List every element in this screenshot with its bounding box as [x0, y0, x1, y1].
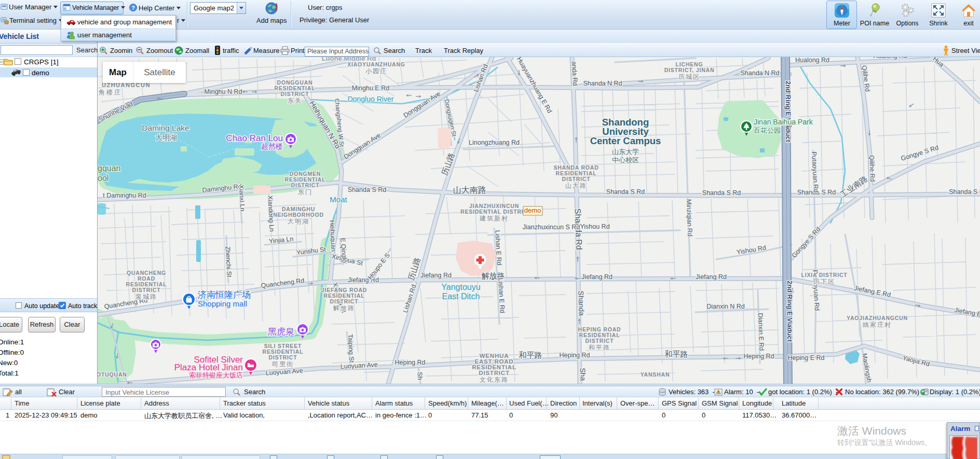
svg-text:gquan: gquan: [98, 164, 121, 173]
svg-text:Heping E Rd: Heping E Rd: [788, 354, 825, 361]
svg-text:DISTRICT: DISTRICT: [586, 338, 614, 344]
svg-text:济南恒隆广场: 济南恒隆广场: [198, 290, 251, 300]
svg-text:Dianxin E Rd: Dianxin E Rd: [757, 313, 766, 351]
svg-text:demo: demo: [524, 206, 541, 214]
svg-text:Linongzhuang Rd: Linongzhuang Rd: [469, 139, 520, 146]
svg-text:山大南路: 山大南路: [453, 186, 486, 194]
svg-text:山东大学: 山东大学: [612, 148, 639, 156]
svg-text:Yangtouyu: Yangtouyu: [441, 283, 480, 291]
svg-text:Shanda N Rd: Shanda N Rd: [740, 69, 779, 77]
svg-text:Daming Lake: Daming Lake: [142, 123, 189, 132]
svg-text:Center Campus: Center Campus: [590, 135, 661, 146]
svg-text:山大路: 山大路: [565, 182, 587, 189]
svg-text:DISTRICT: DISTRICT: [269, 354, 297, 360]
svg-text:DISTRICT: DISTRICT: [291, 182, 320, 188]
svg-text:历下区: 历下区: [813, 278, 835, 285]
svg-text:Heping Rd: Heping Rd: [559, 352, 590, 359]
svg-text:中心校区: 中心校区: [612, 156, 639, 164]
svg-text:Shanda: Shanda: [577, 290, 586, 316]
svg-text:2nd Ring E Viaduct: 2nd Ring E Viaduct: [786, 281, 794, 342]
svg-text:历城区: 历城区: [678, 73, 700, 80]
svg-text:姚家庄村: 姚家庄村: [862, 321, 892, 328]
svg-text:建筑新村: 建筑新村: [479, 215, 509, 222]
svg-text:小园庄: 小园庄: [365, 67, 387, 75]
svg-text:RESIDENTIAL DISTRIC: RESIDENTIAL DISTRIC: [460, 208, 528, 215]
svg-text:Jianzhuxincun S Rd: Jianzhuxincun S Rd: [523, 224, 580, 231]
svg-text:Qilihe Rd: Qilihe Rd: [868, 155, 876, 182]
svg-text:Shanda S Rd: Shanda S Rd: [348, 186, 386, 193]
svg-text:Shanda S R: Shanda S R: [949, 188, 980, 196]
svg-text:t Daminghu Rd: t Daminghu Rd: [103, 192, 146, 199]
svg-text:Minghu N Rd: Minghu N Rd: [205, 88, 242, 95]
svg-text:大明湖: 大明湖: [155, 133, 177, 142]
svg-text:Jinan Baihua Park: Jinan Baihua Park: [754, 118, 813, 126]
svg-text:和平路: 和平路: [519, 351, 542, 359]
svg-text:DISTRICT: DISTRICT: [281, 91, 309, 97]
svg-text:司里街: 司里街: [271, 360, 294, 368]
svg-text:Xianxi Ln: Xianxi Ln: [238, 185, 247, 212]
svg-text:和平路: 和平路: [665, 350, 688, 358]
svg-text:ool: ool: [98, 174, 108, 183]
svg-text:?: ?: [131, 5, 134, 11]
svg-text:和平路: 和平路: [589, 344, 610, 351]
svg-text:Heping Rd: Heping Rd: [394, 359, 425, 366]
svg-text:解放路: 解放路: [333, 304, 355, 312]
svg-text:DISTRICT, JINAN: DISTRICT, JINAN: [664, 67, 715, 73]
svg-text:Dianxin N Rd: Dianxin N Rd: [706, 303, 745, 310]
svg-text:NEIGHBORHOOD: NEIGHBORHOOD: [273, 212, 324, 218]
svg-text:Sha: Sha: [579, 368, 588, 381]
svg-text:anda Rd: anda Rd: [570, 61, 579, 86]
svg-text:Jiefang Rd: Jiefang Rd: [696, 273, 727, 281]
svg-text:YANSHAN: YANSHAN: [641, 371, 670, 378]
svg-text:泉城路: 泉城路: [135, 293, 157, 300]
svg-text:Moat: Moat: [330, 195, 347, 204]
svg-text:East Ditch: East Ditch: [442, 292, 480, 301]
svg-text:Sh: Sh: [416, 372, 424, 380]
svg-text:DISTRICT: DISTRICT: [330, 298, 359, 304]
svg-text:百花公园: 百花公园: [754, 127, 781, 134]
svg-text:Minziqian Rd: Minziqian Rd: [685, 199, 694, 237]
svg-text:角楼庄: 角楼庄: [98, 89, 122, 96]
svg-text:Shanda S Rd: Shanda S Rd: [702, 189, 741, 197]
svg-text:东关: 东关: [288, 97, 302, 104]
svg-text:Jiefang Rd: Jiefang Rd: [581, 273, 612, 281]
svg-text:Yishou Rd: Yishou Rd: [580, 223, 609, 230]
svg-text:Hualong Rd: Hualong Rd: [873, 57, 907, 60]
svg-text:Shanda N Rd: Shanda N Rd: [583, 80, 622, 87]
svg-text:Taiping St: Taiping St: [347, 334, 356, 363]
svg-text:2nd Ring E Viaduct: 2nd Ring E Viaduct: [784, 81, 792, 143]
svg-text:DISTRICT: DISTRICT: [479, 370, 509, 376]
svg-text:Shanda S Rd: Shanda S Rd: [606, 188, 645, 196]
svg-text:文化东路: 文化东路: [480, 376, 509, 383]
svg-text:Dongluo River: Dongluo River: [348, 95, 394, 103]
svg-text:BAOTUQUAN: BAOTUQUAN: [98, 371, 127, 378]
svg-text:Hualong Rd: Hualong Rd: [795, 57, 829, 64]
svg-text:超然楼: 超然楼: [261, 142, 283, 150]
svg-text:索菲特银座大饭店: 索菲特银座大饭店: [189, 371, 243, 379]
svg-text:LIXIA DISTRICT: LIXIA DISTRICT: [801, 272, 848, 278]
svg-text:DISTRICT: DISTRICT: [562, 176, 591, 182]
svg-text:Heping Rd: Heping Rd: [743, 353, 774, 360]
svg-text:Shopping mall: Shopping mall: [198, 299, 247, 308]
svg-text:Jiefang Rd: Jiefang Rd: [420, 272, 452, 279]
svg-text:黑虎泉: 黑虎泉: [268, 327, 294, 337]
svg-text:YAOJIAZHUANGCUN: YAOJIAZHUANGCUN: [847, 315, 908, 321]
svg-text:Minghu E Rd: Minghu E Rd: [352, 85, 389, 92]
svg-text:东门: 东门: [298, 188, 312, 196]
svg-text:大明湖: 大明湖: [288, 218, 309, 225]
svg-text:XIAOYUANZHUANG: XIAOYUANZHUANG: [347, 61, 405, 67]
svg-text:DISTRICT: DISTRICT: [132, 287, 161, 293]
